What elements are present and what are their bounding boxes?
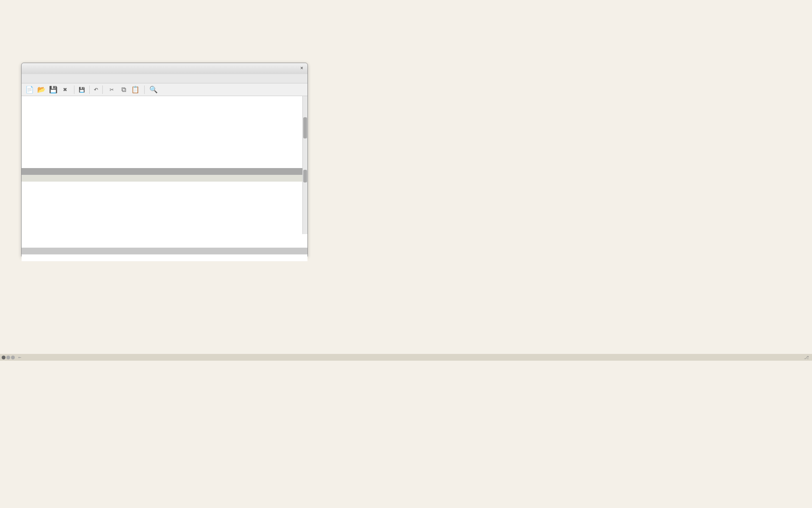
inner-info-pane[interactable] bbox=[22, 182, 307, 248]
status-dot bbox=[6, 356, 10, 359]
copy-icon[interactable]: ⧉ bbox=[119, 85, 128, 94]
git-branch bbox=[804, 354, 810, 360]
undo-button[interactable]: ↶ bbox=[94, 85, 98, 94]
inner-code-pane[interactable] bbox=[22, 96, 307, 168]
scrollbar-thumb[interactable] bbox=[303, 182, 307, 182]
outer-modeline: ← bbox=[0, 354, 812, 361]
close-file-icon[interactable]: ✖ bbox=[60, 85, 70, 94]
inner-toolbar: 📄 📂 💾 ✖ 💾 ↶ ✂ ⧉ 📋 🔍 bbox=[22, 83, 307, 96]
toolbar-separator bbox=[74, 86, 74, 94]
new-file-icon[interactable]: 📄 bbox=[25, 85, 34, 94]
status-dot bbox=[11, 356, 15, 359]
which-key-footer bbox=[0, 361, 812, 367]
back-icon[interactable]: ← bbox=[18, 354, 21, 360]
toolbar-separator bbox=[102, 86, 103, 94]
gutter-line-rel bbox=[0, 156, 12, 163]
scrollbar-thumb[interactable] bbox=[303, 117, 307, 138]
inner-menubar bbox=[22, 74, 307, 83]
cut-icon[interactable]: ✂ bbox=[107, 85, 116, 94]
save-file-icon[interactable]: 💾 bbox=[49, 85, 58, 94]
open-file-icon[interactable]: 📂 bbox=[37, 85, 46, 94]
inner-titlebar[interactable]: × bbox=[22, 63, 307, 74]
inner-modeline-lower bbox=[22, 248, 307, 254]
paste-icon[interactable]: 📋 bbox=[131, 85, 140, 94]
emacs-inner-window: × 📄 📂 💾 ✖ 💾 ↶ ✂ ⧉ 📋 🔍 bbox=[21, 63, 308, 257]
inner-info-nav bbox=[22, 175, 307, 182]
toolbar-separator bbox=[89, 86, 90, 94]
search-icon[interactable]: 🔍 bbox=[149, 85, 158, 94]
status-dot-modified bbox=[2, 356, 5, 359]
inner-modeline-upper bbox=[22, 168, 307, 175]
close-icon[interactable]: × bbox=[300, 65, 303, 71]
toolbar-separator bbox=[144, 86, 145, 94]
save-button[interactable]: 💾 bbox=[79, 85, 85, 94]
inner-minibuffer[interactable] bbox=[22, 254, 307, 261]
